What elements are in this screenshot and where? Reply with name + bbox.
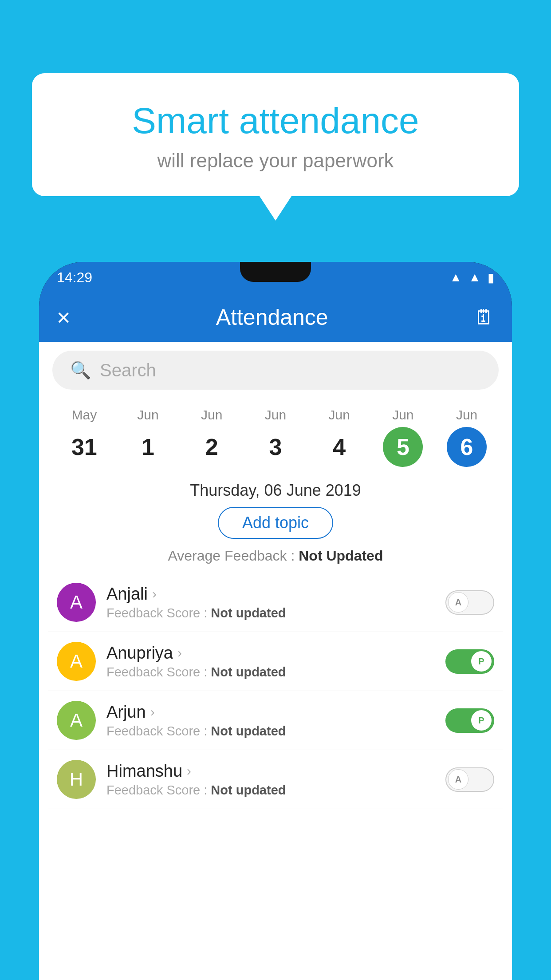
toggle-wrap[interactable]: P: [445, 708, 494, 733]
app-bar-title: Attendance: [216, 304, 328, 330]
status-icons: ▲ ▲ ▮: [450, 270, 494, 285]
attendance-toggle[interactable]: P: [445, 708, 494, 733]
cal-month-label: Jun: [137, 407, 158, 423]
cal-date-number[interactable]: 31: [64, 427, 104, 467]
attendance-toggle[interactable]: A: [445, 590, 494, 615]
cal-date-number[interactable]: 6: [447, 427, 487, 467]
status-bar: 14:29 ▲ ▲ ▮: [39, 262, 512, 293]
student-feedback: Feedback Score : Not updated: [106, 665, 435, 680]
toggle-knob: P: [471, 710, 492, 731]
avg-feedback: Average Feedback : Not Updated: [39, 548, 512, 564]
attendance-toggle[interactable]: P: [445, 649, 494, 674]
toggle-knob: A: [448, 592, 468, 612]
search-placeholder: Search: [100, 360, 156, 380]
cal-month-label: Jun: [201, 407, 222, 423]
calendar-day[interactable]: Jun5: [383, 407, 423, 467]
status-time: 14:29: [57, 269, 92, 286]
feedback-value: Not updated: [211, 783, 286, 797]
toggle-wrap[interactable]: P: [445, 649, 494, 674]
avatar: H: [57, 760, 96, 799]
screen-content: 🔍 Search May31Jun1Jun2Jun3Jun4Jun5Jun6 T…: [39, 342, 512, 980]
calendar-day[interactable]: Jun6: [447, 407, 487, 467]
search-bar: 🔍 Search: [39, 342, 512, 399]
chevron-right-icon: ›: [150, 704, 155, 719]
search-icon: 🔍: [70, 360, 91, 380]
cal-date-number[interactable]: 1: [128, 427, 168, 467]
cal-date-number[interactable]: 5: [383, 427, 423, 467]
speech-bubble: Smart attendance will replace your paper…: [32, 73, 519, 196]
calendar-day[interactable]: Jun4: [319, 407, 359, 467]
attendance-toggle[interactable]: A: [445, 767, 494, 792]
student-info: Himanshu ›Feedback Score : Not updated: [106, 762, 435, 798]
avg-feedback-label: Average Feedback :: [168, 548, 299, 564]
app-bar: × Attendance 🗓: [39, 293, 512, 342]
chevron-right-icon: ›: [187, 763, 191, 778]
student-item[interactable]: HHimanshu ›Feedback Score : Not updatedA: [48, 750, 503, 809]
calendar-strip: May31Jun1Jun2Jun3Jun4Jun5Jun6: [39, 399, 512, 471]
student-list: AAnjali ›Feedback Score : Not updatedAAA…: [39, 573, 512, 809]
chevron-right-icon: ›: [177, 645, 182, 660]
cal-month-label: Jun: [456, 407, 477, 423]
avatar: A: [57, 583, 96, 622]
student-feedback: Feedback Score : Not updated: [106, 724, 435, 739]
student-name: Anjali ›: [106, 585, 435, 604]
wifi-icon: ▲: [450, 270, 462, 285]
calendar-day[interactable]: Jun2: [192, 407, 232, 467]
avg-feedback-value: Not Updated: [299, 548, 383, 564]
signal-icon: ▲: [468, 270, 481, 285]
feedback-value: Not updated: [211, 665, 286, 679]
battery-icon: ▮: [488, 270, 494, 285]
cal-month-label: Jun: [265, 407, 286, 423]
add-topic-button[interactable]: Add topic: [218, 507, 333, 539]
cal-date-number[interactable]: 3: [256, 427, 295, 467]
toggle-knob: A: [448, 769, 468, 790]
student-item[interactable]: AArjun ›Feedback Score : Not updatedP: [48, 691, 503, 750]
search-field[interactable]: 🔍 Search: [52, 351, 499, 390]
cal-month-label: Jun: [328, 407, 350, 423]
calendar-day[interactable]: Jun3: [256, 407, 295, 467]
student-name: Himanshu ›: [106, 762, 435, 781]
avatar: A: [57, 642, 96, 681]
toggle-knob: P: [471, 651, 492, 672]
student-name: Anupriya ›: [106, 644, 435, 663]
date-heading: Thursday, 06 June 2019: [39, 471, 512, 507]
toggle-wrap[interactable]: A: [445, 767, 494, 792]
student-info: Anjali ›Feedback Score : Not updated: [106, 585, 435, 620]
cal-month-label: Jun: [392, 407, 413, 423]
feedback-value: Not updated: [211, 606, 286, 620]
calendar-day[interactable]: May31: [64, 407, 104, 467]
calendar-day[interactable]: Jun1: [128, 407, 168, 467]
bubble-title: Smart attendance: [67, 100, 484, 142]
student-item[interactable]: AAnjali ›Feedback Score : Not updatedA: [48, 573, 503, 632]
student-item[interactable]: AAnupriya ›Feedback Score : Not updatedP: [48, 632, 503, 691]
student-name: Arjun ›: [106, 703, 435, 722]
feedback-value: Not updated: [211, 724, 286, 738]
cal-month-label: May: [72, 407, 97, 423]
student-info: Anupriya ›Feedback Score : Not updated: [106, 644, 435, 680]
close-button[interactable]: ×: [57, 304, 70, 331]
toggle-wrap[interactable]: A: [445, 590, 494, 615]
student-info: Arjun ›Feedback Score : Not updated: [106, 703, 435, 739]
bubble-subtitle: will replace your paperwork: [67, 150, 484, 172]
phone-frame: 14:29 ▲ ▲ ▮ × Attendance 🗓 🔍 Search May3…: [39, 262, 512, 980]
avatar: A: [57, 701, 96, 740]
cal-date-number[interactable]: 4: [319, 427, 359, 467]
student-feedback: Feedback Score : Not updated: [106, 783, 435, 798]
student-feedback: Feedback Score : Not updated: [106, 606, 435, 620]
calendar-icon[interactable]: 🗓: [474, 305, 494, 329]
chevron-right-icon: ›: [152, 586, 157, 601]
cal-date-number[interactable]: 2: [192, 427, 232, 467]
